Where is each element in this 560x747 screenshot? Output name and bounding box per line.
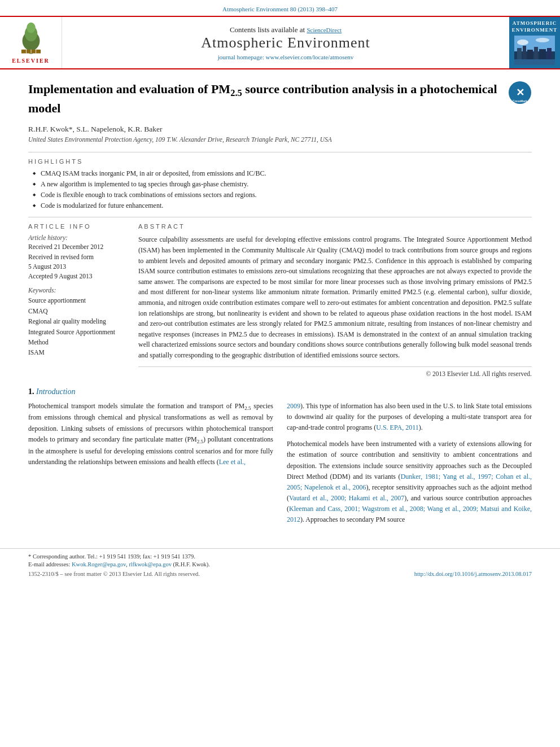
highlight-item: A new algorithm is implemented to tag sp… bbox=[33, 179, 532, 190]
introduction-two-col: Photochemical transport models simulate … bbox=[28, 401, 532, 531]
abstract-title: ABSTRACT bbox=[138, 223, 532, 230]
history-label: Article history: bbox=[28, 234, 127, 241]
ref-kleeman-2001[interactable]: Kleeman and Cass, 2001; Wagstrom et al.,… bbox=[287, 505, 532, 523]
page: Atmospheric Environment 80 (2013) 398–40… bbox=[0, 0, 560, 582]
email-name: (R.H.F. Kwok). bbox=[173, 561, 210, 567]
article-info-title: ARTICLE INFO bbox=[28, 223, 127, 230]
header-band: ELSEVIER Contents lists available at Sci… bbox=[0, 17, 560, 69]
received-date: Received 21 December 2012 bbox=[28, 243, 103, 250]
elsevier-label: ELSEVIER bbox=[12, 58, 50, 64]
email-link-1[interactable]: Kwok.Roger@epa.gov bbox=[72, 561, 126, 567]
ref-epa-2011[interactable]: U.S. EPA, 2011 bbox=[376, 423, 418, 431]
corresponding-author-footnote: * Corresponding author. Tel.: +1 919 541… bbox=[28, 553, 532, 560]
science-direct-text: Contents lists available at ScienceDirec… bbox=[230, 25, 342, 34]
doi-link[interactable]: http://dx.doi.org/10.1016/j.atmosenv.201… bbox=[414, 571, 532, 577]
highlight-item: CMAQ ISAM tracks inorganic PM, in air or… bbox=[33, 168, 532, 179]
intro-right-col: 2009). This type of information has also… bbox=[287, 401, 532, 531]
article-history-block: Article history: Received 21 December 20… bbox=[28, 234, 127, 281]
elsevier-tree-icon bbox=[14, 21, 48, 55]
ref-vautard-2000[interactable]: Vautard et al., 2000; Hakami et al., 200… bbox=[289, 494, 404, 502]
article-info-column: ARTICLE INFO Article history: Received 2… bbox=[28, 223, 127, 377]
highlights-list: CMAQ ISAM tracks inorganic PM, in air or… bbox=[28, 168, 532, 212]
intro-para-1: Photochemical transport models simulate … bbox=[28, 401, 273, 468]
footer-bar: * Corresponding author. Tel.: +1 919 541… bbox=[0, 548, 560, 582]
introduction-heading: 1. Introduction bbox=[28, 387, 532, 396]
highlights-title: HIGHLIGHTS bbox=[28, 158, 532, 165]
ref-lee-2009[interactable]: Lee et al., bbox=[219, 458, 246, 466]
keyword-item: Integrated Source Apportionment Method bbox=[28, 327, 127, 348]
header-center: Contents lists available at ScienceDirec… bbox=[62, 17, 509, 68]
svg-point-10 bbox=[517, 40, 528, 45]
abstract-text: Source culpability assessments are usefu… bbox=[138, 234, 532, 360]
ref-dunker-1981[interactable]: Dunker, 1981; Yang et al., 1997; Cohan e… bbox=[287, 473, 532, 491]
email-footnote: E-mail addresses: Kwok.Roger@epa.gov, rl… bbox=[28, 561, 532, 567]
main-content: Implementation and evaluation of PM2.5 s… bbox=[0, 69, 560, 542]
divider-after-affiliation bbox=[28, 152, 532, 152]
keywords-block: Keywords: Source apportionment CMAQ Regi… bbox=[28, 287, 127, 357]
intro-left-col: Photochemical transport models simulate … bbox=[28, 401, 273, 531]
keyword-item: ISAM bbox=[28, 347, 127, 357]
keyword-item: Regional air quality modeling bbox=[28, 316, 127, 326]
svg-point-11 bbox=[536, 38, 549, 42]
keyword-item: CMAQ bbox=[28, 306, 127, 316]
issn-line: 1352-2310/$ – see front matter © 2013 El… bbox=[28, 571, 200, 577]
journal-logo-box: ATMOSPHERIC ENVIRONMENT bbox=[509, 17, 560, 68]
journal-cover-image bbox=[514, 36, 555, 65]
copyright-line: © 2013 Elsevier Ltd. All rights reserved… bbox=[138, 366, 532, 377]
svg-text:✕: ✕ bbox=[516, 87, 524, 98]
journal-citation-bar: Atmospheric Environment 80 (2013) 398–40… bbox=[0, 0, 560, 17]
revised-date: 5 August 2013 bbox=[28, 263, 66, 270]
keyword-item: Source apportionment bbox=[28, 295, 127, 305]
intro-para-right-1: 2009). This type of information has also… bbox=[287, 401, 532, 434]
science-direct-link[interactable]: ScienceDirect bbox=[307, 27, 342, 33]
crossmark-badge: ✕ CrossMark bbox=[508, 81, 532, 104]
atm-env-logo-title: ATMOSPHERIC ENVIRONMENT bbox=[512, 20, 558, 33]
affiliation-line: United States Environmental Protection A… bbox=[28, 136, 532, 143]
divider-after-highlights bbox=[28, 217, 532, 217]
contents-available-label: Contents lists available at bbox=[230, 25, 305, 34]
email-label: E-mail addresses: bbox=[28, 561, 70, 567]
svg-point-3 bbox=[27, 23, 35, 33]
revised-label: Received in revised form bbox=[28, 254, 94, 260]
abstract-column: ABSTRACT Source culpability assessments … bbox=[138, 223, 532, 377]
doi-line: http://dx.doi.org/10.1016/j.atmosenv.201… bbox=[414, 571, 532, 577]
ref-lee-2009-cont[interactable]: 2009 bbox=[287, 402, 300, 410]
introduction-section: 1. Introduction Photochemical transport … bbox=[28, 387, 532, 531]
homepage-url: journal homepage: www.elsevier.com/locat… bbox=[218, 54, 354, 60]
highlight-item: Code is modularized for future enhanceme… bbox=[33, 200, 532, 211]
info-abstract-area: ARTICLE INFO Article history: Received 2… bbox=[28, 223, 532, 377]
authors-line: R.H.F. Kwok*, S.L. Napelenok, K.R. Baker bbox=[28, 125, 532, 134]
svg-rect-19 bbox=[514, 59, 555, 65]
footer-bottom: 1352-2310/$ – see front matter © 2013 El… bbox=[28, 571, 532, 577]
accepted-date: Accepted 9 August 2013 bbox=[28, 273, 92, 279]
svg-text:CrossMark: CrossMark bbox=[513, 99, 527, 103]
intro-para-right-2: Photochemical models have been instrumen… bbox=[287, 439, 532, 526]
article-title-area: Implementation and evaluation of PM2.5 s… bbox=[28, 81, 532, 116]
journal-title: Atmospheric Environment bbox=[201, 34, 370, 51]
highlight-item: Code is flexible enough to track combina… bbox=[33, 190, 532, 200]
article-title-text: Implementation and evaluation of PM2.5 s… bbox=[28, 81, 502, 116]
email-link-2[interactable]: rlfkwok@epa.gov bbox=[129, 561, 172, 567]
journal-citation-link[interactable]: Atmospheric Environment 80 (2013) 398–40… bbox=[222, 6, 338, 12]
elsevier-logo-area: ELSEVIER bbox=[0, 17, 62, 68]
keywords-label: Keywords: bbox=[28, 287, 127, 294]
